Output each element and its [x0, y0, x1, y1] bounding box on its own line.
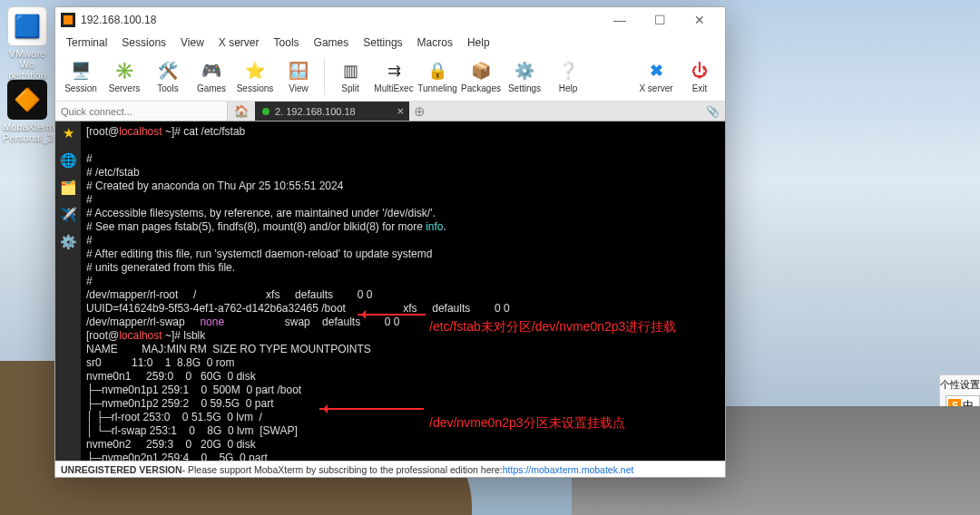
sidebar-star[interactable]: ★ [63, 125, 74, 141]
sidebar-plane[interactable]: ✈️ [60, 207, 77, 223]
menu-settings[interactable]: Settings [358, 34, 407, 51]
tool-exit[interactable]: ⏻Exit [680, 60, 720, 93]
power-icon: ⏻ [689, 60, 710, 82]
status-text: - Please support MobaXterm by subscribin… [182, 464, 503, 475]
close-button[interactable]: ✕ [680, 7, 720, 33]
menu-xserver[interactable]: X server [213, 34, 265, 51]
menu-terminal[interactable]: Terminal [61, 34, 113, 51]
menu-games[interactable]: Games [309, 34, 355, 51]
servers-icon: ✳️ [113, 60, 135, 82]
toolbar: 🖥️Session ✳️Servers 🛠️Tools 🎮Games ⭐Sess… [55, 53, 725, 102]
lock-icon: 🔒 [426, 60, 448, 82]
annotation-text-1: /etc/fstab未对分区/dev/nvme0n2p3进行挂载 [429, 319, 676, 334]
menu-macros[interactable]: Macros [412, 34, 458, 51]
gear-icon: ⚙️ [514, 60, 535, 82]
tool-sessions-star[interactable]: ⭐Sessions [235, 60, 275, 93]
sidebar-globe[interactable]: 🌐 [60, 152, 77, 169]
watermark: 公众号 · 奶嘴很忙 [783, 454, 953, 479]
sidebar-files[interactable]: 🗂️ [60, 180, 77, 196]
monitor-icon: 🖥️ [70, 60, 92, 82]
tool-tools[interactable]: 🛠️Tools [148, 60, 188, 93]
status-link[interactable]: https://mobaxterm.mobatek.net [503, 464, 634, 475]
tool-help[interactable]: ❔Help [548, 60, 588, 93]
tab-session[interactable]: 2. 192.168.100.18 × [255, 102, 409, 121]
tool-xserver[interactable]: ✖X server [636, 60, 676, 93]
tab-label: 2. 192.168.100.18 [275, 106, 356, 117]
tool-tunneling[interactable]: 🔒Tunneling [417, 60, 457, 93]
menu-view[interactable]: View [175, 34, 210, 51]
tool-split[interactable]: ▥Split [330, 60, 370, 93]
status-dot-icon [262, 108, 270, 115]
mobaxterm-window: 192.168.100.18 — ☐ ✕ Terminal Sessions V… [54, 6, 726, 478]
desktop-icon-label: MobaXterm Personal_2... [3, 121, 52, 143]
app-icon [61, 13, 75, 27]
tab-close-button[interactable]: × [397, 104, 404, 118]
tab-bar: 🏠 2. 192.168.100.18 × ⊕ 📎 [55, 102, 725, 121]
x-icon: ✖ [645, 60, 667, 82]
paperclip-icon[interactable]: 📎 [706, 105, 720, 118]
tool-multiexec[interactable]: ⇉MultiExec [374, 60, 414, 93]
star-icon: ⭐ [244, 60, 266, 82]
statusbar: UNREGISTERED VERSION - Please support Mo… [55, 461, 725, 477]
minimize-button[interactable]: — [600, 7, 640, 33]
menubar: Terminal Sessions View X server Tools Ga… [55, 33, 725, 53]
tool-packages[interactable]: 📦Packages [461, 60, 501, 93]
games-icon: 🎮 [201, 60, 222, 82]
tools-icon: 🛠️ [157, 60, 179, 82]
annotation-arrow-2 [319, 408, 424, 410]
tool-games[interactable]: 🎮Games [191, 60, 231, 93]
terminal-output[interactable]: [root@localhost ~]# cat /etc/fstab ## /e… [81, 121, 725, 461]
tool-view[interactable]: 🪟View [279, 60, 318, 93]
tool-settings[interactable]: ⚙️Settings [505, 60, 544, 93]
quick-connect-input[interactable] [55, 102, 228, 121]
package-icon: 📦 [470, 60, 492, 82]
tool-servers[interactable]: ✳️Servers [104, 60, 144, 93]
left-sidebar: ★ 🌐 🗂️ ✈️ ⚙️ [55, 121, 81, 461]
split-icon: ▥ [339, 60, 361, 82]
menu-tools[interactable]: Tools [269, 34, 305, 51]
view-icon: 🪟 [288, 60, 309, 82]
help-icon: ❔ [557, 60, 579, 82]
menu-help[interactable]: Help [462, 34, 495, 51]
new-tab-button[interactable]: ⊕ [409, 102, 429, 121]
annotation-arrow-1 [358, 314, 426, 316]
maximize-button[interactable]: ☐ [640, 7, 680, 33]
ime-indicator[interactable]: S中, [946, 395, 980, 415]
tool-session[interactable]: 🖥️Session [61, 60, 101, 93]
status-label: UNREGISTERED VERSION [61, 464, 182, 475]
multiexec-icon: ⇉ [383, 60, 405, 82]
titlebar[interactable]: 192.168.100.18 — ☐ ✕ [55, 7, 725, 33]
sidebar-gear[interactable]: ⚙️ [60, 234, 77, 250]
annotation-text-2: /dev/nvme0n2p3分区未设置挂载点 [429, 415, 625, 430]
window-title: 192.168.100.18 [81, 14, 156, 26]
menu-sessions[interactable]: Sessions [116, 34, 172, 51]
desktop-icon-mobaxterm[interactable]: 🔶 MobaXterm Personal_2... [3, 80, 52, 143]
tab-home[interactable]: 🏠 [228, 102, 255, 121]
desktop-icon-vmware[interactable]: 🟦 VMware Wo rkstation Pro [3, 6, 52, 92]
